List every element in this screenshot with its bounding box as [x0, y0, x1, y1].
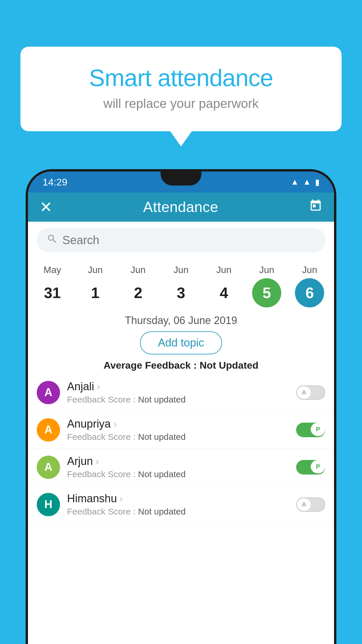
avatar: A — [37, 456, 60, 479]
speech-bubble-container: Smart attendance will replace your paper… — [20, 47, 342, 131]
student-item[interactable]: AAnjali ›Feedback Score : Not updatedA — [28, 374, 334, 411]
feedback-score: Feedback Score : Not updated — [67, 395, 296, 405]
toggle-knob: P — [311, 423, 325, 436]
avatar: A — [37, 418, 60, 442]
student-info: Himanshu ›Feedback Score : Not updated — [67, 492, 296, 517]
battery-icon: ▮ — [315, 177, 319, 187]
add-topic-button[interactable]: Add topic — [140, 331, 222, 354]
chevron-icon: › — [114, 419, 117, 429]
status-icons: ▲ ▲ ▮ — [291, 177, 319, 187]
cal-month-label: Jun — [173, 265, 189, 275]
calendar-row: May31Jun1Jun2Jun3Jun4Jun5Jun6 — [28, 259, 334, 307]
cal-date-number[interactable]: 3 — [166, 278, 196, 307]
cal-month-label: Jun — [302, 265, 317, 275]
avatar: H — [37, 493, 60, 516]
feedback-score: Feedback Score : Not updated — [67, 469, 296, 479]
avg-feedback-value: Not Updated — [200, 360, 259, 371]
student-name: Himanshu › — [67, 492, 296, 505]
attendance-toggle[interactable]: P — [296, 423, 325, 437]
phone-inner: 14:29 ▲ ▲ ▮ ✕ Attendance — [28, 172, 334, 644]
search-bar[interactable] — [37, 228, 325, 252]
cal-month-label: Jun — [131, 265, 146, 275]
student-item[interactable]: AAnupriya ›Feedback Score : Not updatedP — [28, 411, 334, 449]
cal-date-number[interactable]: 6 — [295, 278, 324, 307]
student-list: AAnjali ›Feedback Score : Not updatedAAA… — [28, 374, 334, 523]
calendar-day[interactable]: Jun4 — [206, 265, 241, 307]
cal-month-label: Jun — [259, 265, 274, 275]
bubble-title: Smart attendance — [44, 64, 318, 92]
speech-bubble: Smart attendance will replace your paper… — [20, 47, 342, 131]
avatar: A — [37, 381, 60, 404]
attendance-toggle[interactable]: A — [296, 385, 325, 400]
wifi-icon: ▲ — [291, 177, 299, 187]
status-time: 14:29 — [43, 176, 67, 188]
selected-date: Thursday, 06 June 2019 — [28, 314, 334, 327]
student-info: Arjun ›Feedback Score : Not updated — [67, 455, 296, 479]
chevron-icon: › — [120, 494, 123, 504]
app-bar-title: Attendance — [143, 199, 218, 216]
student-info: Anjali ›Feedback Score : Not updated — [67, 380, 296, 405]
student-name: Anjali › — [67, 380, 296, 393]
signal-icon: ▲ — [303, 177, 311, 187]
toggle-knob: A — [297, 498, 311, 511]
calendar-day[interactable]: May31 — [35, 265, 70, 307]
feedback-score: Feedback Score : Not updated — [67, 432, 296, 442]
attendance-toggle[interactable]: A — [296, 497, 325, 512]
chevron-icon: › — [97, 382, 100, 392]
toggle-knob: A — [297, 386, 311, 399]
search-icon — [47, 233, 58, 247]
status-bar: 14:29 ▲ ▲ ▮ — [28, 172, 334, 192]
cal-date-number[interactable]: 1 — [81, 278, 110, 307]
cal-month-label: Jun — [216, 265, 231, 275]
calendar-day[interactable]: Jun6 — [292, 265, 327, 307]
calendar-button[interactable] — [309, 199, 322, 216]
student-item[interactable]: HHimanshu ›Feedback Score : Not updatedA — [28, 486, 334, 523]
avg-feedback: Average Feedback : Not Updated — [28, 360, 334, 371]
student-info: Anupriya ›Feedback Score : Not updated — [67, 418, 296, 442]
search-input[interactable] — [62, 234, 315, 247]
feedback-score: Feedback Score : Not updated — [67, 507, 296, 517]
calendar-day[interactable]: Jun2 — [121, 265, 156, 307]
cal-date-number[interactable]: 5 — [252, 278, 281, 307]
avg-feedback-label: Average Feedback : — [103, 360, 199, 371]
calendar-day[interactable]: Jun5 — [249, 265, 284, 307]
student-name: Arjun › — [67, 455, 296, 468]
student-name: Anupriya › — [67, 418, 296, 430]
cal-date-number[interactable]: 4 — [209, 278, 238, 307]
bubble-subtitle: will replace your paperwork — [44, 96, 318, 111]
chevron-icon: › — [96, 456, 99, 466]
close-button[interactable]: ✕ — [40, 198, 52, 216]
notch — [161, 172, 201, 186]
cal-month-label: May — [43, 265, 61, 275]
cal-date-number[interactable]: 31 — [38, 278, 67, 307]
cal-month-label: Jun — [88, 265, 103, 275]
toggle-knob: P — [311, 460, 325, 473]
calendar-day[interactable]: Jun1 — [78, 265, 113, 307]
calendar-day[interactable]: Jun3 — [164, 265, 198, 307]
app-bar: ✕ Attendance — [28, 192, 334, 222]
student-item[interactable]: AArjun ›Feedback Score : Not updatedP — [28, 449, 334, 486]
cal-date-number[interactable]: 2 — [124, 278, 153, 307]
attendance-toggle[interactable]: P — [296, 460, 325, 475]
phone-frame: 14:29 ▲ ▲ ▮ ✕ Attendance — [26, 169, 336, 644]
